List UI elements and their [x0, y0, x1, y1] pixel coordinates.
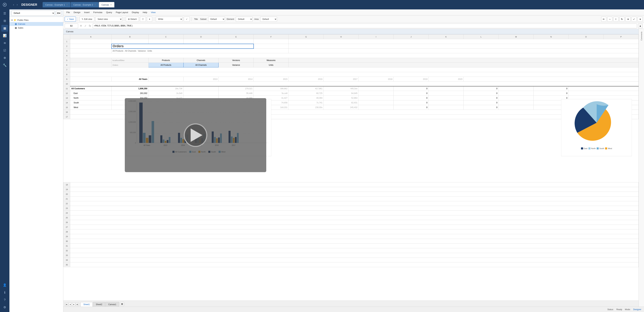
cell-e1[interactable] — [218, 39, 254, 44]
comments-label[interactable]: Comments — [640, 30, 642, 42]
sidebar-analytics-icon[interactable]: ≋ — [1, 40, 8, 46]
cell-i15[interactable] — [358, 105, 394, 110]
cell-g9[interactable]: 2016 — [288, 77, 324, 82]
cell-c1[interactable] — [148, 39, 184, 44]
col-G[interactable]: G — [288, 34, 324, 39]
cell-e6[interactable]: Variance — [218, 63, 254, 67]
cell-c9[interactable] — [148, 77, 184, 82]
row4-cells[interactable] — [70, 53, 638, 58]
tab2-close[interactable]: ✕ — [94, 4, 96, 6]
cell-l15[interactable]: 0 — [464, 105, 498, 110]
cell-j13[interactable]: 0 — [394, 96, 428, 100]
cell-k14[interactable] — [428, 100, 464, 105]
cell-h13[interactable]: 52,864 — [324, 96, 358, 100]
row5-rest[interactable] — [288, 58, 638, 63]
sheet-nav-next[interactable]: ▸ — [72, 303, 76, 306]
cell-g14[interactable]: 7x,741 — [288, 100, 324, 105]
cell-h11[interactable]: 445,5xx — [324, 86, 358, 91]
cell-k12[interactable] — [428, 91, 464, 96]
sheet-nav-first[interactable]: |◂ — [65, 303, 68, 306]
sheet-nav-prev[interactable]: ◂ — [68, 303, 72, 306]
cell-a11[interactable]: All Customers — [70, 86, 112, 91]
col-J[interactable]: J — [394, 34, 428, 39]
col-N[interactable]: N — [534, 34, 568, 39]
cell-i9[interactable]: 2018 — [358, 77, 394, 82]
cell-d12[interactable] — [184, 91, 218, 96]
row9-rest[interactable] — [464, 77, 638, 82]
sheet-area[interactable]: A B C D E F G H I J — [63, 34, 638, 301]
cell-g15[interactable]: 230,00x — [288, 105, 324, 110]
play-button[interactable] — [184, 123, 207, 147]
cell-f5[interactable]: Measures — [254, 58, 289, 63]
nav-settings-btn[interactable]: ⚙▾ — [56, 10, 61, 16]
cell-g2-span[interactable] — [288, 44, 638, 49]
col-L[interactable]: L — [464, 34, 498, 39]
row10-cells[interactable] — [70, 82, 638, 86]
cell-a14[interactable]: South — [70, 100, 112, 105]
cell-e11[interactable]: 279,321 — [218, 86, 254, 91]
menu-design[interactable]: Design — [72, 10, 82, 14]
color-dropdown[interactable]: White — [156, 17, 183, 22]
edit-view-btn[interactable]: ✎ Edit view — [80, 17, 94, 22]
cell-a1[interactable] — [70, 39, 112, 44]
cell-l14[interactable]: 0 — [464, 100, 498, 105]
sidebar-menu-icon[interactable]: ☰ — [1, 10, 8, 17]
cell-n12[interactable]: 0 — [534, 91, 568, 96]
cell-c11[interactable]: 16x,734 — [148, 86, 184, 91]
cell-l13[interactable]: 0 — [464, 96, 498, 100]
cell-k9[interactable]: 2020 — [428, 77, 464, 82]
cell-k15[interactable] — [428, 105, 464, 110]
cell-f12[interactable]: 5x,xx8 — [254, 91, 289, 96]
cell-a12[interactable]: East — [70, 91, 112, 96]
row6-rest[interactable] — [288, 63, 638, 67]
cell-j14[interactable]: 0 — [394, 100, 428, 105]
cell-j11[interactable]: 0 — [394, 86, 428, 91]
cell-b3[interactable]: All Products · All Channels · Variance ·… — [112, 49, 289, 53]
cell-a6[interactable] — [70, 63, 112, 67]
cell-a2[interactable] — [70, 44, 112, 49]
cell-m13[interactable] — [498, 96, 534, 100]
menu-display[interactable]: Display — [130, 10, 141, 14]
sidebar-puzzle-icon[interactable]: ⊕ — [1, 54, 8, 61]
rotate-btn[interactable]: ↻ — [620, 17, 624, 22]
cell-k11[interactable] — [428, 86, 464, 91]
pencil-btn[interactable]: ✏ — [601, 17, 606, 22]
tab3-close[interactable]: ✕ — [110, 4, 112, 6]
sidebar-tools-icon[interactable]: 🔧 — [1, 62, 8, 69]
area-dropdown[interactable]: Default — [260, 17, 277, 22]
cell-j9[interactable]: 2019 — [394, 77, 428, 82]
cell-i14[interactable] — [358, 100, 394, 105]
format-btn[interactable]: ▾ — [147, 17, 152, 22]
cell-j15[interactable]: 0 — [394, 105, 428, 110]
cell-b6[interactable]: Orders — [112, 63, 148, 67]
cell-g12[interactable]: 60,725 — [288, 91, 324, 96]
sheet-add-btn[interactable]: ⊞ — [120, 302, 124, 306]
cell-a3[interactable] — [70, 49, 112, 53]
nav-forward-btn[interactable]: › — [16, 2, 18, 7]
tab-canvas[interactable]: Canvas ✕ — [99, 2, 114, 7]
cell-b9[interactable]: All Years — [112, 77, 148, 82]
sidebar-table-icon[interactable]: ▦ — [1, 25, 8, 32]
col-A[interactable]: A — [70, 34, 112, 39]
nav-item-canvas[interactable]: ▦ Canvas — [10, 22, 63, 26]
col-C[interactable]: C — [148, 34, 184, 39]
subset-dropdown[interactable]: Default — [208, 17, 225, 22]
sidebar-grid-icon[interactable]: ⊞ — [1, 17, 8, 24]
sidebar-user-icon[interactable]: 👤 — [1, 282, 8, 289]
formula-input[interactable] — [93, 23, 637, 28]
cell-d5[interactable]: Channels — [184, 58, 218, 63]
cell-d11[interactable] — [184, 86, 218, 91]
cell-b2[interactable]: Orders — [112, 44, 254, 49]
tab-example2[interactable]: Canvas - Example 2 ✕ — [71, 2, 98, 7]
color-check-btn[interactable]: ✓ — [184, 17, 190, 22]
nav-back-btn[interactable]: ‹ — [12, 2, 15, 7]
cell-b5[interactable]: localhost/Biker — [112, 58, 148, 63]
cell-d9[interactable]: 2013 — [184, 77, 218, 82]
row8-cells[interactable] — [70, 72, 638, 77]
row11-rest[interactable] — [568, 86, 638, 91]
col-M[interactable]: M — [498, 34, 534, 39]
cell-i12[interactable] — [358, 91, 394, 96]
cell-m11[interactable] — [498, 86, 534, 91]
cell-h14[interactable]: 82,631 — [324, 100, 358, 105]
col-F[interactable]: F — [254, 34, 289, 39]
